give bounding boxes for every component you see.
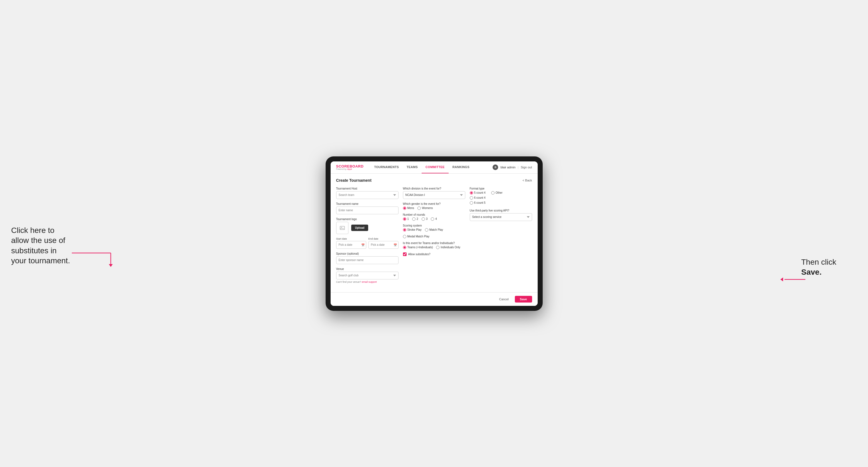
individuals-only-label: Individuals Only: [440, 246, 460, 249]
page-title: Create Tournament: [336, 178, 372, 183]
calendar-icon: 📅: [361, 243, 365, 246]
rounds-3-radio[interactable]: [422, 217, 425, 221]
teams-individuals-only[interactable]: Individuals Only: [436, 246, 460, 249]
start-date-label: Start date: [336, 238, 366, 240]
nav-teams[interactable]: TEAMS: [403, 161, 422, 174]
tournament-name-input[interactable]: [336, 207, 399, 214]
scoring-api-select[interactable]: Select a scoring service: [470, 213, 532, 221]
left-annotation: Click here to allow the use of substitut…: [11, 225, 72, 266]
scoring-radio-group: Stroke Play Match Play Medal Match Play: [403, 228, 465, 238]
scoring-stroke-label: Stroke Play: [407, 228, 422, 231]
scoring-group: Scoring system Stroke Play Match Play: [403, 224, 465, 238]
scoring-medal[interactable]: Medal Match Play: [403, 235, 429, 238]
venue-help: Can't find your venue? email support: [336, 281, 399, 283]
format-other-radio[interactable]: [491, 191, 495, 194]
start-date-group: Start date 📅: [336, 238, 366, 249]
sponsor-label: Sponsor (optional): [336, 252, 399, 255]
tablet-screen: SCOREBOARD Powered by clippd TOURNAMENTS…: [331, 161, 538, 306]
cancel-button[interactable]: Cancel: [496, 296, 512, 303]
format-6count5[interactable]: 6 count 5: [470, 201, 532, 205]
tournament-name-label: Tournament name: [336, 202, 399, 206]
format-6count5-label: 6 count 5: [474, 201, 486, 204]
sign-out-link[interactable]: Sign out: [521, 165, 532, 169]
gender-mens[interactable]: Mens: [403, 207, 414, 210]
save-button[interactable]: Save: [515, 296, 532, 303]
venue-label: Venue: [336, 268, 399, 271]
rounds-4-radio[interactable]: [431, 217, 434, 221]
rounds-2-radio[interactable]: [412, 217, 415, 221]
format-options: 5 count 4 Other 6 count 4: [470, 191, 532, 205]
gender-womens[interactable]: Womens: [417, 207, 433, 210]
right-arrow-icon: [780, 273, 805, 286]
tournament-host-group: Tournament Host: [336, 187, 399, 199]
teams-group: Is this event for Teams and/or Individua…: [403, 242, 465, 249]
division-select[interactable]: NCAA Division I: [403, 191, 465, 199]
format-6count4-radio[interactable]: [470, 196, 473, 199]
rounds-3-label: 3: [426, 217, 428, 220]
nav-tournaments[interactable]: TOURNAMENTS: [370, 161, 403, 174]
svg-marker-6: [780, 278, 783, 281]
rounds-label: Number of rounds: [403, 213, 465, 216]
format-label: Format type: [470, 187, 532, 190]
substitutes-checkbox[interactable]: [403, 252, 407, 256]
teams-label: Is this event for Teams and/or Individua…: [403, 242, 465, 245]
logo-sub: Powered by clippd: [336, 168, 364, 170]
nav-rankings[interactable]: RANKINGS: [448, 161, 473, 174]
main-content: Create Tournament < Back Tournament Host…: [331, 174, 538, 292]
scoring-match-label: Match Play: [429, 228, 443, 231]
format-5count4[interactable]: 5 count 4: [470, 191, 486, 194]
sponsor-input[interactable]: [336, 256, 399, 264]
format-6count4[interactable]: 6 count 4: [470, 196, 532, 199]
rounds-2[interactable]: 2: [412, 217, 418, 221]
scoring-api-group: Use third-party live scoring API? Select…: [470, 209, 532, 221]
upload-button[interactable]: Upload: [351, 225, 368, 231]
logo-main: SCOREBOARD: [336, 164, 364, 168]
teams-plus-radio[interactable]: [403, 246, 406, 249]
back-link[interactable]: < Back: [523, 179, 532, 182]
nav-committee[interactable]: COMMITTEE: [422, 161, 448, 174]
format-6count5-radio[interactable]: [470, 201, 473, 205]
rounds-1[interactable]: 1: [403, 217, 409, 221]
teams-plus-individuals[interactable]: Teams (+Individuals): [403, 246, 433, 249]
scoring-stroke[interactable]: Stroke Play: [403, 228, 422, 231]
logo-clippd: clippd: [347, 168, 352, 170]
gender-mens-radio[interactable]: [403, 207, 406, 210]
format-5count4-radio[interactable]: [470, 191, 473, 194]
substitutes-label: Allow substitutes?: [408, 253, 431, 256]
gender-womens-radio[interactable]: [417, 207, 421, 210]
tournament-host-input[interactable]: [336, 191, 399, 199]
end-calendar-icon: 📅: [394, 243, 397, 246]
tournament-host-label: Tournament Host: [336, 187, 399, 190]
form-columns: Tournament Host Tournament name Tourname…: [336, 187, 532, 287]
venue-input[interactable]: [336, 272, 399, 279]
venue-group: Venue Can't find your venue? email suppo…: [336, 268, 399, 283]
tournament-logo-label: Tournament logo: [336, 218, 399, 221]
format-group: Format type 5 count 4 Other: [470, 187, 532, 205]
scoring-match[interactable]: Match Play: [425, 228, 443, 231]
right-annotation: Then click Save.: [801, 257, 857, 278]
tournament-name-group: Tournament name: [336, 202, 399, 214]
navigation: SCOREBOARD Powered by clippd TOURNAMENTS…: [331, 161, 538, 174]
format-other[interactable]: Other: [491, 191, 503, 194]
tournament-logo-group: Tournament logo Upload: [336, 218, 399, 234]
image-icon: [340, 225, 345, 231]
format-6count4-label: 6 count 4: [474, 196, 486, 199]
page-wrapper: Click here to allow the use of substitut…: [11, 156, 857, 311]
rounds-1-radio[interactable]: [403, 217, 406, 221]
email-support-link[interactable]: email support: [362, 281, 377, 283]
user-name: blair admin: [500, 165, 516, 169]
scoring-match-radio[interactable]: [425, 228, 428, 231]
end-date-group: End date 📅: [368, 238, 399, 249]
rounds-3[interactable]: 3: [422, 217, 428, 221]
end-date-label: End date: [368, 238, 399, 240]
form-footer: Cancel Save: [331, 292, 538, 306]
individuals-only-radio[interactable]: [436, 246, 439, 249]
svg-point-4: [341, 227, 342, 228]
gender-group: Which gender is the event for? Mens Wome…: [403, 202, 465, 210]
rounds-4[interactable]: 4: [431, 217, 437, 221]
logo-placeholder-icon: [336, 222, 348, 234]
scoring-stroke-radio[interactable]: [403, 228, 406, 231]
scoring-medal-radio[interactable]: [403, 235, 406, 238]
form-col-3: Format type 5 count 4 Other: [470, 187, 532, 287]
left-arrow-icon: [72, 250, 116, 267]
